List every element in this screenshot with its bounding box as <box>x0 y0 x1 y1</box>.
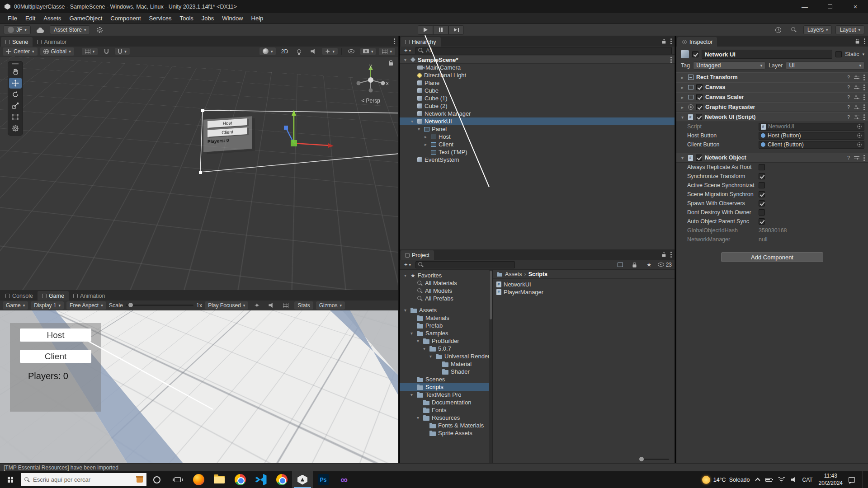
hierarchy-item[interactable]: Plane <box>400 79 675 87</box>
menu-window[interactable]: Window <box>218 14 247 23</box>
favorites-item[interactable]: All Prefabs <box>400 295 492 302</box>
snap-settings-dropdown[interactable]: ▾ <box>115 48 130 55</box>
property-checkbox[interactable] <box>759 164 765 170</box>
tab-animator[interactable]: Animator <box>33 37 71 47</box>
taskbar-app-firefox[interactable] <box>188 471 209 488</box>
gameobject-name-field[interactable]: Network UI <box>702 50 832 59</box>
expander-icon[interactable]: ▸ <box>423 134 429 139</box>
favorites-button[interactable]: ★ <box>643 260 655 269</box>
project-tree-scrollbar[interactable] <box>489 270 492 463</box>
object-picker-icon[interactable] <box>857 124 862 129</box>
tab-console[interactable]: Console <box>1 291 38 300</box>
project-folder-item[interactable]: ▾Samples <box>400 329 492 337</box>
favorites-item[interactable]: All Materials <box>400 279 492 287</box>
effects-dropdown[interactable]: ▾ <box>322 48 338 55</box>
help-icon[interactable]: ? <box>847 75 850 80</box>
expander-icon[interactable]: ▾ <box>402 273 408 278</box>
tab-animation[interactable]: Animation <box>69 291 110 300</box>
project-folder-item[interactable]: Sprite Assets <box>400 429 492 437</box>
close-button[interactable]: × <box>843 0 868 13</box>
search-button[interactable] <box>788 25 800 35</box>
move-tool[interactable] <box>9 78 22 89</box>
hierarchy-item[interactable]: Main Camera <box>400 64 675 71</box>
component-header-graphic-raycaster[interactable]: ▸Graphic Raycaster? <box>676 102 868 112</box>
minimize-button[interactable]: — <box>792 0 817 13</box>
layer-dropdown[interactable]: UI▾ <box>786 61 864 70</box>
panel-menu-icon[interactable] <box>394 38 395 44</box>
hierarchy-item[interactable]: Cube <box>400 87 675 94</box>
grid-visibility-dropdown[interactable]: ▾ <box>82 48 98 55</box>
expander-icon[interactable]: ▸ <box>423 142 429 147</box>
help-icon[interactable]: ? <box>847 155 850 160</box>
menu-file[interactable]: File <box>4 14 21 23</box>
volume-icon[interactable] <box>791 477 797 483</box>
tab-scene[interactable]: Scene <box>1 37 33 47</box>
expander-icon[interactable]: ▾ <box>402 57 408 62</box>
menu-jobs[interactable]: Jobs <box>198 14 218 23</box>
file-item[interactable]: NetworkUI <box>496 281 675 288</box>
tray-expand-icon[interactable] <box>755 478 760 483</box>
assistant-button[interactable] <box>146 471 167 488</box>
scene-viewport[interactable]: y x < Persp Host Client Players: 0 <box>0 56 398 290</box>
aspect-dropdown[interactable]: Free Aspect▾ <box>66 301 106 310</box>
project-folder-item[interactable]: ▾5.0.7 <box>400 345 492 352</box>
scale-slider[interactable] <box>126 305 193 306</box>
property-checkbox[interactable] <box>759 209 765 216</box>
undo-history-button[interactable] <box>773 25 784 35</box>
taskbar-app-visual-studio[interactable]: ∞ <box>334 471 354 488</box>
game-target-dropdown[interactable]: Game▾ <box>3 301 28 310</box>
project-folder-item[interactable]: ▾TextMesh Pro <box>400 391 492 399</box>
taskbar-search-input[interactable] <box>33 476 123 483</box>
help-icon[interactable]: ? <box>847 94 850 100</box>
scene-audio-toggle[interactable] <box>307 47 319 56</box>
project-folder-item[interactable]: Prefab <box>400 322 492 329</box>
help-icon[interactable]: ? <box>847 114 850 120</box>
task-view-button[interactable] <box>167 471 188 488</box>
stats-toggle[interactable]: Stats <box>294 301 313 310</box>
project-search-input[interactable] <box>415 261 515 268</box>
menu-gameobject[interactable]: GameObject <box>65 14 106 23</box>
play-button[interactable] <box>418 25 433 35</box>
property-checkbox[interactable] <box>759 191 765 197</box>
taskbar-app-chrome[interactable] <box>230 471 250 488</box>
add-component-button[interactable]: Add Component <box>721 252 823 262</box>
scene-orientation-gizmo[interactable]: y x < Persp <box>351 62 390 109</box>
expander-icon[interactable]: ▾ <box>679 115 685 120</box>
property-checkbox[interactable] <box>759 182 765 188</box>
project-folder-item[interactable]: ▾Universal Render P <box>400 352 492 360</box>
menu-tools[interactable]: Tools <box>175 14 197 23</box>
object-picker-icon[interactable] <box>857 142 862 147</box>
favorites-header[interactable]: ▾★Favorites <box>400 272 492 279</box>
menu-help[interactable]: Help <box>247 14 268 23</box>
hierarchy-item[interactable]: ▸Client <box>400 141 675 148</box>
taskbar-app-explorer[interactable] <box>209 471 230 488</box>
step-button[interactable] <box>448 25 464 35</box>
hierarchy-search-input[interactable]: All <box>415 47 672 54</box>
hierarchy-item[interactable]: ▾Panel <box>400 125 675 133</box>
taskbar-app-photoshop[interactable]: Ps <box>313 471 334 488</box>
breadcrumb-root[interactable]: Assets <box>505 271 522 277</box>
object-reference-field[interactable]: Client (Button) <box>759 141 864 149</box>
component-menu-icon[interactable] <box>863 94 865 100</box>
hierarchy-item[interactable]: ▾SampleScene* <box>400 56 675 64</box>
taskbar-app-vscode[interactable] <box>250 471 271 488</box>
presets-icon[interactable] <box>854 155 859 160</box>
menu-edit[interactable]: Edit <box>21 14 39 23</box>
expander-icon[interactable]: ▾ <box>409 119 415 124</box>
menu-component[interactable]: Component <box>106 14 145 23</box>
battery-icon[interactable] <box>765 478 772 482</box>
camera-settings-dropdown[interactable]: ▾ <box>360 48 377 55</box>
tab-game[interactable]: Game <box>38 291 69 300</box>
pause-button[interactable] <box>433 25 448 35</box>
tag-dropdown[interactable]: Untagged▾ <box>693 61 765 70</box>
project-folder-item[interactable]: Fonts & Materials <box>400 422 492 429</box>
create-asset-dropdown[interactable]: + ▾ <box>402 261 413 268</box>
expander-icon[interactable]: ▾ <box>428 354 434 359</box>
expander-icon[interactable]: ▾ <box>402 308 408 313</box>
object-picker-icon[interactable] <box>857 133 862 138</box>
maximize-button[interactable] <box>817 0 843 13</box>
layout-dropdown[interactable]: Layout ▾ <box>835 25 864 34</box>
gizmos-visibility-dropdown[interactable]: ▾ <box>379 48 395 55</box>
component-header-network-ui[interactable]: ▾Network UI (Script)? <box>676 112 868 122</box>
expander-icon[interactable]: ▾ <box>409 331 415 336</box>
